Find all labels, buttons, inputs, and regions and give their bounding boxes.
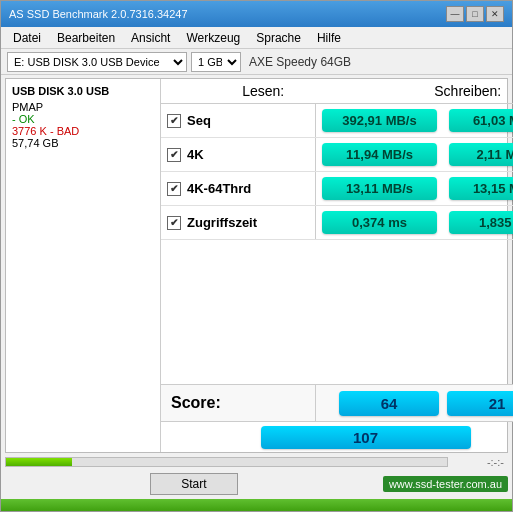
read-value: 0,374 ms <box>322 211 437 234</box>
table-row: ✔ Seq 392,91 MB/s 61,03 MB/s <box>161 104 513 138</box>
toolbar: E: USB DISK 3.0 USB Device 1 GB AXE Spee… <box>1 49 512 75</box>
menu-sprache[interactable]: Sprache <box>248 29 309 47</box>
time-display: -:-:- <box>448 456 508 468</box>
title-bar: AS SSD Benchmark 2.0.7316.34247 — □ ✕ <box>1 1 512 27</box>
total-score-row: 107 <box>161 422 513 452</box>
table-row: ✔ 4K 11,94 MB/s 2,11 MB/s <box>161 138 513 172</box>
minimize-button[interactable]: — <box>446 6 464 22</box>
write-value: 2,11 MB/s <box>449 143 513 166</box>
start-button[interactable]: Start <box>150 473 237 495</box>
table-row: ✔ Zugriffszeit 0,374 ms 1,835 ms <box>161 206 513 240</box>
write-value: 61,03 MB/s <box>449 109 513 132</box>
menu-bar: Datei Bearbeiten Ansicht Werkzeug Sprach… <box>1 27 512 49</box>
row-label-text: 4K <box>187 147 204 162</box>
result-values: 0,374 ms 1,835 ms <box>316 206 513 239</box>
title-buttons: — □ ✕ <box>446 6 504 22</box>
total-score-badge: 107 <box>261 426 471 449</box>
pmap-ok: - OK <box>12 113 154 125</box>
read-value: 13,11 MB/s <box>322 177 437 200</box>
disk-size: 57,74 GB <box>12 137 154 149</box>
pmap-bad: 3776 K - BAD <box>12 125 154 137</box>
score-values: 64 21 <box>316 391 513 416</box>
row-label-text: Seq <box>187 113 211 128</box>
write-cell: 2,11 MB/s <box>443 138 513 171</box>
maximize-button[interactable]: □ <box>466 6 484 22</box>
progress-bar-container <box>5 457 448 467</box>
main-window: AS SSD Benchmark 2.0.7316.34247 — □ ✕ Da… <box>0 0 513 512</box>
read-value: 11,94 MB/s <box>322 143 437 166</box>
result-values: 13,11 MB/s 13,15 MB/s <box>316 172 513 205</box>
write-score-badge: 21 <box>447 391 513 416</box>
menu-bearbeiten[interactable]: Bearbeiten <box>49 29 123 47</box>
size-select[interactable]: 1 GB <box>191 52 241 72</box>
row-label: ✔ 4K <box>161 138 316 171</box>
checkbox-icon[interactable]: ✔ <box>167 216 181 230</box>
write-value: 1,835 ms <box>449 211 513 234</box>
window-title: AS SSD Benchmark 2.0.7316.34247 <box>9 8 188 20</box>
result-values: 392,91 MB/s 61,03 MB/s <box>316 104 513 137</box>
results-rows: ✔ Seq 392,91 MB/s 61,03 MB/s ✔ 4K 11,94 … <box>161 104 513 384</box>
progress-bar-fill <box>6 458 72 466</box>
read-cell: 11,94 MB/s <box>316 138 443 171</box>
menu-werkzeug[interactable]: Werkzeug <box>178 29 248 47</box>
watermark: www.ssd-tester.com.au <box>383 476 508 492</box>
results-header: Lesen: Schreiben: <box>161 79 513 104</box>
main-content: USB DISK 3.0 USB PMAP - OK 3776 K - BAD … <box>5 78 508 453</box>
score-row: Score: 64 21 <box>161 384 513 422</box>
result-values: 11,94 MB/s 2,11 MB/s <box>316 138 513 171</box>
write-cell: 61,03 MB/s <box>443 104 513 137</box>
read-cell: 392,91 MB/s <box>316 104 443 137</box>
menu-hilfe[interactable]: Hilfe <box>309 29 349 47</box>
right-panel: Lesen: Schreiben: ✔ Seq 392,91 MB/s 61,0… <box>161 79 513 452</box>
write-cell: 13,15 MB/s <box>443 172 513 205</box>
write-header: Schreiben: <box>366 79 514 103</box>
menu-ansicht[interactable]: Ansicht <box>123 29 178 47</box>
row-label: ✔ 4K-64Thrd <box>161 172 316 205</box>
score-label: Score: <box>161 385 316 421</box>
table-row: ✔ 4K-64Thrd 13,11 MB/s 13,15 MB/s <box>161 172 513 206</box>
close-button[interactable]: ✕ <box>486 6 504 22</box>
read-header: Lesen: <box>161 79 366 103</box>
read-cell: 13,11 MB/s <box>316 172 443 205</box>
row-label-text: 4K-64Thrd <box>187 181 251 196</box>
read-value: 392,91 MB/s <box>322 109 437 132</box>
device-name: USB DISK 3.0 USB <box>12 85 154 97</box>
checkbox-icon[interactable]: ✔ <box>167 148 181 162</box>
left-panel: USB DISK 3.0 USB PMAP - OK 3776 K - BAD … <box>6 79 161 452</box>
write-cell: 1,835 ms <box>443 206 513 239</box>
menu-datei[interactable]: Datei <box>5 29 49 47</box>
read-cell: 0,374 ms <box>316 206 443 239</box>
checkbox-icon[interactable]: ✔ <box>167 182 181 196</box>
bottom-green-bar <box>1 499 512 511</box>
write-value: 13,15 MB/s <box>449 177 513 200</box>
drive-select[interactable]: E: USB DISK 3.0 USB Device <box>7 52 187 72</box>
checkbox-icon[interactable]: ✔ <box>167 114 181 128</box>
row-label: ✔ Seq <box>161 104 316 137</box>
drive-name-label: AXE Speedy 64GB <box>249 55 351 69</box>
progress-section: -:-:- <box>1 453 512 471</box>
footer: Start www.ssd-tester.com.au <box>1 471 512 498</box>
row-label-text: Zugriffszeit <box>187 215 257 230</box>
row-label: ✔ Zugriffszeit <box>161 206 316 239</box>
read-score-badge: 64 <box>339 391 439 416</box>
pmap-label: PMAP <box>12 101 154 113</box>
